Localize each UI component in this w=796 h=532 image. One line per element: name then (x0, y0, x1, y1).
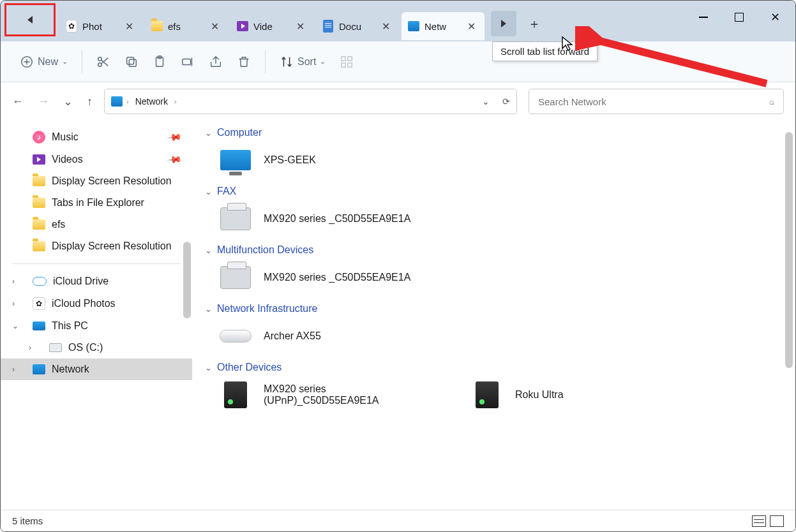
chevron-right-icon: › (126, 98, 129, 105)
network-item-mfd[interactable]: MX920 series _C50D55EA9E1A (216, 261, 410, 294)
group-name: Multifunction Devices (217, 244, 313, 256)
close-icon[interactable]: ✕ (465, 20, 478, 33)
chevron-right-icon[interactable]: › (12, 277, 15, 286)
close-icon[interactable]: ✕ (123, 20, 136, 33)
group-header[interactable]: ⌄Other Devices (205, 362, 783, 373)
chevron-right-icon[interactable]: › (12, 365, 15, 374)
network-item-other[interactable]: MX920 series (UPnP)_C50D55EA9E1A (216, 378, 430, 411)
group-name: Network Infrastructure (217, 303, 317, 314)
sidebar-item-network[interactable]: ›Network (1, 358, 192, 380)
sidebar-item-label: efs (52, 219, 65, 230)
minimize-button[interactable] (686, 3, 721, 31)
network-item-other[interactable]: Roku Ultra (468, 378, 659, 411)
close-icon[interactable]: ✕ (379, 20, 393, 33)
sidebar-item-label: OS (C:) (68, 342, 103, 353)
address-dropdown-button[interactable]: ⌄ (482, 96, 490, 107)
new-button[interactable]: New ⌄ (17, 52, 70, 71)
folder-icon (151, 20, 163, 32)
network-item-computer[interactable]: XPS-GEEK (216, 144, 408, 177)
close-window-button[interactable]: ✕ (757, 3, 793, 31)
thumbnails-view-button[interactable] (770, 515, 784, 527)
details-view-button[interactable] (752, 515, 766, 527)
network-item-fax[interactable]: MX920 series _C50D55EA9E1A (216, 202, 410, 235)
delete-button[interactable] (234, 52, 253, 71)
sidebar-item-videos[interactable]: Videos📌 (1, 149, 192, 170)
network-item-router[interactable]: Archer AX55 (216, 320, 408, 353)
sidebar-item-label: Display Screen Resolution (52, 240, 172, 252)
triangle-left-icon (27, 16, 33, 24)
copy-icon (124, 55, 139, 69)
sidebar-scrollbar[interactable] (183, 242, 191, 318)
sidebar-item-folder[interactable]: Tabs in File Explorer (1, 192, 192, 214)
copy-button[interactable] (122, 52, 141, 71)
group-header[interactable]: ⌄FAX (205, 186, 783, 197)
view-button[interactable] (337, 52, 356, 71)
refresh-button[interactable]: ⟳ (502, 96, 510, 107)
chevron-down-icon: ⌄ (205, 304, 212, 314)
recent-locations-button[interactable]: ⌄ (63, 94, 73, 108)
svg-rect-10 (348, 56, 352, 60)
sidebar-item-folder[interactable]: efs (1, 214, 192, 235)
search-input[interactable] (538, 96, 769, 107)
tab-label: efs (168, 21, 203, 32)
paste-button[interactable] (150, 52, 169, 71)
folder-icon (33, 241, 45, 251)
pc-icon (33, 321, 45, 330)
chevron-down-icon[interactable]: ⌄ (12, 321, 19, 330)
sidebar-item-music[interactable]: ♪Music📌 (1, 126, 192, 149)
svg-rect-12 (348, 63, 352, 66)
tab-photos[interactable]: ✿ Phot ✕ (59, 12, 142, 40)
content-scrollbar[interactable] (785, 132, 793, 368)
search-box[interactable]: ⌕ (529, 89, 784, 114)
close-icon[interactable]: ✕ (208, 20, 222, 33)
address-bar[interactable]: › Network › ⌄ ⟳ (104, 89, 517, 114)
maximize-button[interactable] (721, 3, 757, 31)
scroll-tabs-back-button[interactable] (4, 3, 56, 36)
back-button[interactable]: ← (12, 95, 24, 108)
group-header[interactable]: ⌄Network Infrastructure (205, 303, 783, 314)
new-tab-button[interactable]: ＋ (522, 11, 547, 36)
chevron-right-icon[interactable]: › (29, 343, 31, 352)
sidebar-item-icloud-drive[interactable]: ›iCloud Drive (1, 270, 192, 292)
sidebar-item-folder[interactable]: Display Screen Resolution (1, 235, 192, 257)
group-header[interactable]: ⌄Computer (205, 127, 783, 138)
chevron-right-icon[interactable]: › (12, 299, 15, 308)
triangle-right-icon (501, 20, 506, 27)
sort-button[interactable]: Sort ⌄ (277, 52, 328, 71)
pin-icon: 📌 (166, 151, 183, 168)
group-fax: ⌄FAX MX920 series _C50D55EA9E1A (205, 186, 783, 235)
router-icon (220, 330, 252, 343)
tab-network[interactable]: Netw ✕ (402, 12, 484, 40)
window-controls: ✕ (686, 3, 793, 31)
svg-rect-8 (183, 59, 191, 64)
breadcrumb[interactable]: Network (133, 95, 170, 108)
sidebar-item-os-drive[interactable]: ›OS (C:) (1, 337, 192, 358)
group-name: Computer (217, 127, 262, 138)
sidebar-item-icloud-photos[interactable]: ›✿iCloud Photos (1, 292, 192, 315)
forward-button[interactable]: → (38, 95, 49, 108)
sidebar-item-label: Tabs in File Explorer (52, 197, 144, 209)
search-icon[interactable]: ⌕ (769, 96, 774, 107)
svg-rect-4 (129, 59, 136, 66)
scroll-tabs-forward-button[interactable] (491, 11, 516, 36)
tab-documents[interactable]: Docu ✕ (316, 12, 399, 40)
sidebar-item-folder[interactable]: Display Screen Resolution (1, 170, 192, 192)
close-icon[interactable]: ✕ (294, 20, 307, 33)
sidebar-item-this-pc[interactable]: ⌄This PC (1, 315, 192, 337)
cut-button[interactable] (94, 52, 113, 71)
svg-rect-11 (342, 63, 345, 66)
chevron-right-icon: › (174, 98, 177, 105)
sidebar-item-label: iCloud Drive (53, 276, 109, 287)
up-button[interactable]: ↑ (87, 95, 93, 108)
trash-icon (237, 55, 251, 69)
scissors-icon (96, 55, 110, 69)
share-button[interactable] (206, 52, 225, 71)
tab-videos[interactable]: Vide ✕ (230, 12, 313, 40)
group-header[interactable]: ⌄Multifunction Devices (205, 244, 783, 256)
navigation-pane: ♪Music📌 Videos📌 Display Screen Resolutio… (1, 121, 192, 503)
rename-button[interactable] (178, 52, 197, 71)
item-label: MX920 series _C50D55EA9E1A (264, 213, 410, 225)
status-text: 5 items (12, 515, 43, 526)
network-icon (33, 364, 45, 374)
tab-efs[interactable]: efs ✕ (145, 12, 228, 40)
